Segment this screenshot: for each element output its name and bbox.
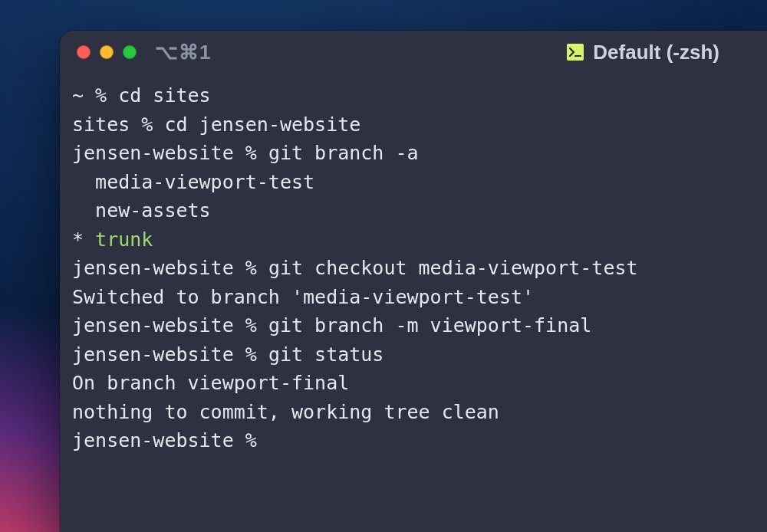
terminal-line: jensen-website % git checkout media-view… [72, 254, 755, 283]
tab-title: Default (-zsh) [593, 41, 719, 64]
window-titlebar[interactable]: ⌥⌘1 Default (-zsh) [60, 31, 767, 74]
terminal-line: ~ % cd sites [72, 81, 755, 110]
terminal-line: jensen-website % git branch -m viewport-… [72, 311, 755, 340]
minimize-icon[interactable] [100, 45, 114, 59]
terminal-line: sites % cd jensen-website [72, 110, 755, 140]
pane-shortcut-label: ⌥⌘1 [155, 41, 211, 64]
terminal-line: nothing to commit, working tree clean [72, 398, 755, 427]
terminal-line: Switched to branch 'media-viewport-test' [72, 283, 755, 312]
terminal-line: jensen-website % git branch -a [72, 139, 755, 168]
terminal-prompt-icon [567, 44, 584, 61]
zoom-icon[interactable] [123, 45, 137, 59]
terminal-line: On branch viewport-final [72, 369, 755, 398]
terminal-line: * trunk [72, 225, 755, 255]
window-controls [77, 45, 137, 59]
terminal-output[interactable]: ~ % cd sitessites % cd jensen-websitejen… [60, 74, 767, 532]
close-icon[interactable] [77, 45, 91, 59]
terminal-line: new-assets [72, 196, 755, 225]
terminal-tab[interactable]: Default (-zsh) [567, 41, 719, 64]
pane-shortcut-text: ⌥⌘1 [155, 41, 211, 64]
terminal-line: jensen-website % git status [72, 340, 755, 369]
terminal-line: media-viewport-test [72, 168, 755, 197]
terminal-line: jensen-website % [72, 426, 755, 455]
terminal-window: ⌥⌘1 Default (-zsh) ~ % cd sitessites % c… [60, 31, 767, 532]
